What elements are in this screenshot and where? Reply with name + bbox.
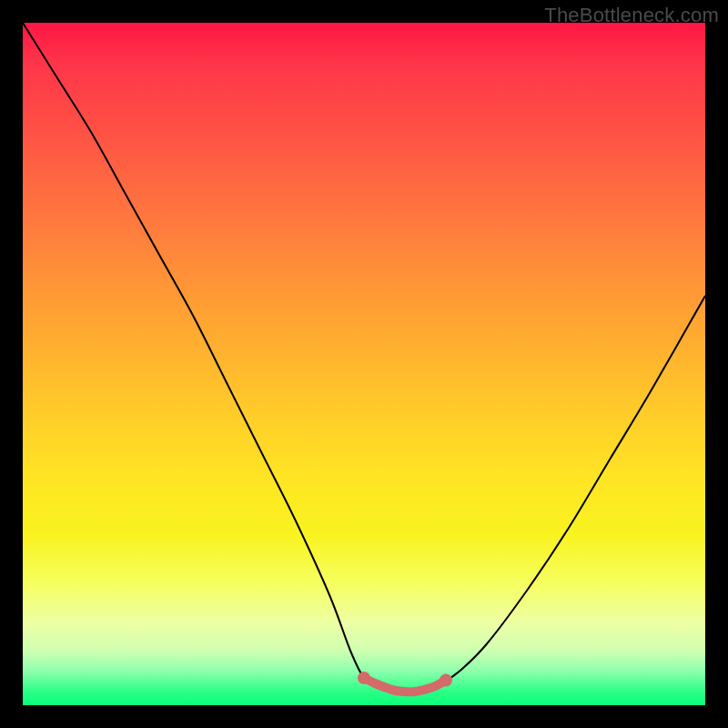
trough-highlight (364, 678, 446, 692)
bottleneck-curve (23, 23, 705, 693)
watermark-text: TheBottleneck.com (544, 4, 719, 27)
trough-end-dot (440, 674, 452, 687)
curve-svg (23, 23, 705, 705)
chart-frame: TheBottleneck.com (0, 0, 728, 728)
trough-start-dot (358, 672, 370, 684)
plot-area (23, 23, 705, 705)
